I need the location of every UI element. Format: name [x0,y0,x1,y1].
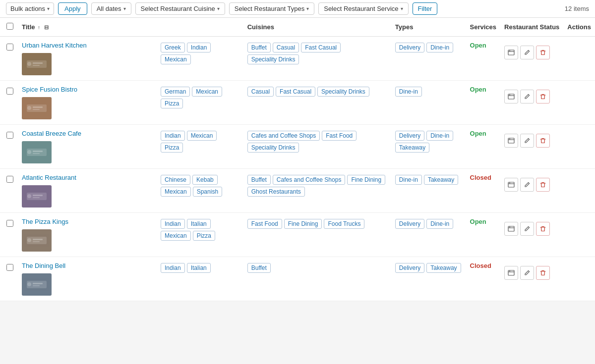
svg-rect-42 [508,226,514,231]
cuisine-tag: Spanish [193,187,222,197]
table-row: Urban Harvest Kitchen GreekIndianMexican… [0,37,595,81]
status-cell: Closed [466,257,501,301]
cuisine-tag: Chinese [161,175,190,185]
edit-button[interactable] [520,178,534,192]
types-cell: Cafes and Coffee ShopsFast FoodSpecialit… [243,125,391,169]
restaurant-name-link[interactable]: Urban Harvest Kitchen [22,42,153,49]
view-icon [508,137,515,144]
service-tag: Delivery [395,131,424,141]
cuisine-tag: Greek [161,43,185,52]
view-button[interactable] [504,90,518,104]
cuisine-tag: Pizza [161,143,183,153]
svg-rect-5 [33,65,40,66]
bulk-actions-chevron-icon: ▾ [47,6,50,11]
cuisine-tag: Pizza [193,231,215,241]
delete-button[interactable] [536,222,550,236]
status-cell: Open [466,213,501,257]
view-button[interactable] [504,266,518,280]
cuisines-cell: IndianItalian [157,257,243,301]
services-cell: DeliveryDine-inTakeaway [391,125,466,169]
types-tags: Fast FoodFine DiningFood Trucks [247,218,387,229]
status-cell: Open [466,81,501,125]
view-button[interactable] [504,222,518,236]
table-row: Atlantic Restaurant ChineseKebabMexicanS… [0,169,595,213]
row-checkbox-4[interactable] [6,176,13,183]
header-checkbox-cell [0,18,18,37]
all-dates-dropdown[interactable]: All dates ▾ [91,2,131,15]
view-button[interactable] [504,46,518,59]
delete-icon [539,181,546,188]
delete-button[interactable] [536,266,550,280]
edit-button[interactable] [520,46,534,59]
edit-button[interactable] [520,266,534,280]
cuisine-tag: Mexican [187,131,217,141]
cuisine-tag: Mexican [161,231,191,241]
restaurant-thumbnail [22,229,52,252]
svg-rect-14 [33,109,40,110]
delete-button[interactable] [536,134,550,148]
service-chevron-icon: ▾ [401,6,403,11]
restaurant-name-link[interactable]: Atlantic Restaurant [22,174,153,181]
service-dropdown[interactable]: Select Restaurant Service ▾ [318,2,408,15]
delete-icon [539,49,546,56]
restaurant-name-cell: The Pizza Kings [18,213,157,257]
type-tag: Fast Casual [276,87,315,97]
cuisine-tag: Mexican [192,87,222,97]
bulk-actions-dropdown[interactable]: Bulk actions ▾ [6,2,54,15]
name-img-wrapper: Atlantic Restaurant [22,174,153,208]
types-tags: CasualFast CasualSpeciality Drinks [247,86,387,97]
header-actions: Actions [563,18,595,37]
cuisine-tag: Kebab [192,175,218,185]
edit-button[interactable] [520,90,534,104]
service-tag: Delivery [395,219,424,229]
action-buttons [504,42,559,59]
row-checkbox-1[interactable] [6,44,13,51]
types-tags: Buffet [247,262,387,273]
sort-icon[interactable]: ↑ [38,25,40,30]
view-button[interactable] [504,178,518,192]
cuisine-tag: Italian [187,219,211,229]
apply-button[interactable]: Apply [58,2,87,15]
delete-button[interactable] [536,46,550,59]
filter-button[interactable]: Filter [413,2,438,15]
type-tag: Speciality Drinks [247,54,299,64]
status-badge: Open [470,42,486,49]
name-img-wrapper: Urban Harvest Kitchen [22,42,153,75]
types-tags: Cafes and Coffee ShopsFast FoodSpecialit… [247,130,387,153]
row-checkbox-6[interactable] [6,264,13,271]
restaurant-name-link[interactable]: Spice Fusion Bistro [22,86,153,93]
restaurant-name-link[interactable]: Coastal Breeze Cafe [22,130,153,137]
delete-button[interactable] [536,178,550,192]
header-types: Types [391,18,466,37]
row-checkbox-cell [0,213,18,257]
row-checkbox-2[interactable] [6,88,13,95]
restaurant-name-link[interactable]: The Pizza Kings [22,218,153,225]
restaurant-name-link[interactable]: The Dining Bell [22,262,153,269]
table-row: The Pizza Kings IndianItalianMexicanPizz… [0,213,595,257]
edit-button[interactable] [520,134,534,148]
row-checkbox-3[interactable] [6,132,13,139]
svg-rect-41 [33,241,40,242]
type-tag: Food Trucks [324,219,364,229]
service-tag: Dine-in [395,87,422,97]
edit-button[interactable] [520,222,534,236]
restaurant-thumbnail [22,273,52,296]
delete-button[interactable] [536,90,550,104]
screen-view-icon[interactable]: ⊟ [44,24,49,30]
status-badge: Closed [470,174,491,181]
delete-icon [539,225,546,232]
action-buttons [504,86,559,104]
types-cell: BuffetCasualFast CasualSpeciality Drinks [243,37,391,81]
row-checkbox-5[interactable] [6,220,13,227]
view-button[interactable] [504,134,518,148]
service-tag: Dine-in [395,175,422,185]
view-icon [508,269,515,276]
cuisine-dropdown[interactable]: Select Restaurant Cuisine ▾ [135,2,225,15]
types-label: Select Restaurant Types [235,5,304,12]
types-dropdown[interactable]: Select Restaurant Types ▾ [229,2,314,15]
svg-rect-50 [33,285,40,286]
delete-icon [539,93,546,100]
select-all-checkbox[interactable] [6,23,13,30]
svg-point-48 [27,282,31,286]
type-tag: Fine Dining [347,175,385,185]
